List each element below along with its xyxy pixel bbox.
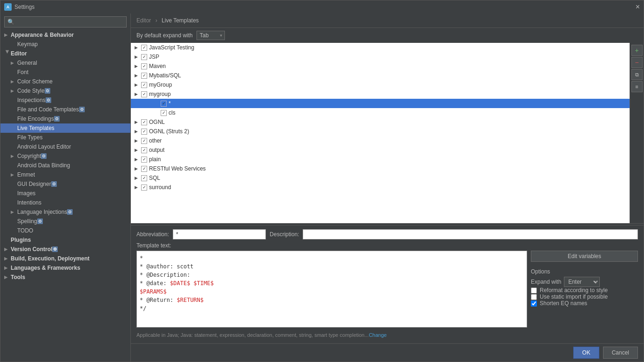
list-item[interactable]: ▶ other <box>131 136 630 145</box>
arrow-icon <box>11 144 17 149</box>
sidebar-label: Color Scheme <box>17 78 53 85</box>
group-label: Maven <box>149 63 166 69</box>
expand-arrow-icon: ▶ <box>135 120 141 124</box>
abbreviation-input[interactable] <box>173 229 266 239</box>
list-item[interactable]: ▶ Maven <box>131 61 630 71</box>
checkbox-icon[interactable] <box>161 110 167 116</box>
settings-window: A Settings × ▶ Appearance & Behavior Key… <box>0 0 644 362</box>
checkbox-icon[interactable] <box>141 119 147 125</box>
bottom-form: Abbreviation: Description: Template text… <box>131 225 644 343</box>
checkbox-icon[interactable] <box>141 91 147 97</box>
arrow-icon: ▶ <box>11 172 17 177</box>
list-item[interactable]: ▶ OGNL (Struts 2) <box>131 127 630 136</box>
list-item[interactable]: ▶ myGroup <box>131 80 630 89</box>
sidebar-item-livetemplates[interactable]: Live Templates <box>0 123 130 133</box>
sidebar-item-keymap[interactable]: Keymap <box>0 40 130 49</box>
checkbox-icon[interactable] <box>141 73 147 79</box>
remove-template-button[interactable]: − <box>631 57 643 68</box>
sidebar-item-versioncontrol[interactable]: ▶ Version Control ⚙ <box>0 245 130 254</box>
checkbox-icon[interactable] <box>141 175 147 181</box>
list-item[interactable]: ▶ Mybatis/SQL <box>131 71 630 80</box>
tpl-line: * @date: $DATE$ $TIME$ <box>140 279 524 287</box>
list-item[interactable]: ▶ SQL <box>131 173 630 183</box>
search-input[interactable] <box>4 16 127 27</box>
expand-arrow-icon <box>154 101 161 106</box>
checkbox-icon[interactable] <box>141 45 147 51</box>
sidebar-label: Build, Execution, Deployment <box>11 255 89 262</box>
ok-button[interactable]: OK <box>573 347 599 359</box>
sidebar-item-filecodetemplates[interactable]: File and Code Templates ⚙ <box>0 105 130 114</box>
sidebar-item-intentions[interactable]: Intentions <box>0 198 130 207</box>
sidebar-item-buildexec[interactable]: ▶ Build, Execution, Deployment <box>0 254 130 263</box>
list-item[interactable]: ▶ OGNL <box>131 117 630 127</box>
sidebar-item-inspections[interactable]: Inspections ⚙ <box>0 96 130 105</box>
checkbox-icon[interactable] <box>141 129 147 135</box>
checkbox-icon[interactable] <box>141 63 147 69</box>
sidebar-item-androiddatabinding[interactable]: Android Data Binding <box>0 161 130 170</box>
sidebar-item-plugins[interactable]: Plugins <box>0 235 130 245</box>
expand-with-label: Expand with <box>531 279 561 285</box>
description-input[interactable] <box>303 229 638 239</box>
expand-dropdown[interactable]: Tab Enter Space <box>197 31 225 40</box>
list-item[interactable]: cls <box>131 108 630 117</box>
sidebar-item-guidesigner[interactable]: GUI Designer ⚙ <box>0 179 130 189</box>
checkbox-icon[interactable] <box>141 138 147 144</box>
sidebar-item-androidlayout[interactable]: Android Layout Editor <box>0 142 130 151</box>
copy-template-button[interactable]: ⧉ <box>631 69 643 80</box>
sidebar-item-langinjections[interactable]: ▶ Language Injections ⚙ <box>0 207 130 217</box>
sidebar-item-colorscheme[interactable]: ▶ Color Scheme <box>0 77 130 86</box>
expand-arrow-icon <box>154 110 161 115</box>
list-item[interactable]: ▶ JavaScript Testing <box>131 43 630 52</box>
list-item[interactable]: ▶ JSP <box>131 52 630 61</box>
arrow-icon: ▶ <box>4 256 11 261</box>
sidebar-item-font[interactable]: Font <box>0 68 130 77</box>
expand-label: By default expand with <box>136 32 193 39</box>
tpl-line: */ <box>140 304 524 313</box>
sidebar-item-codestyle[interactable]: ▶ Code Style ⚙ <box>0 86 130 96</box>
checkbox-icon[interactable] <box>141 166 147 172</box>
list-item[interactable]: * <box>131 99 630 108</box>
footer-buttons: OK Cancel <box>131 343 644 362</box>
sidebar-item-copyright[interactable]: ▶ Copyright ⚙ <box>0 151 130 161</box>
sidebar-label: Spelling <box>17 218 37 225</box>
change-link[interactable]: Change <box>369 332 387 338</box>
checkbox-icon[interactable] <box>141 54 147 60</box>
list-item[interactable]: ▶ RESTful Web Services <box>131 164 630 173</box>
template-text-display[interactable]: * * @author: scott * @Description: * @da… <box>136 251 527 328</box>
edit-variables-button[interactable]: Edit variables <box>531 251 638 262</box>
move-template-button[interactable]: ≡ <box>631 81 643 92</box>
group-label: myGroup <box>149 82 172 88</box>
list-item[interactable]: ▶ mygroup <box>131 89 630 99</box>
sidebar-item-general[interactable]: ▶ General <box>0 58 130 68</box>
shorten-eq-checkbox[interactable] <box>531 301 537 307</box>
group-label: SQL <box>149 175 160 181</box>
panel-body: By default expand with Tab Enter Space ▶ <box>131 28 644 343</box>
list-item[interactable]: ▶ surround <box>131 183 630 192</box>
list-item[interactable]: ▶ plain <box>131 155 630 164</box>
checkbox-icon[interactable] <box>141 184 147 191</box>
sidebar-item-fileencodings[interactable]: File Encodings ⚙ <box>0 114 130 123</box>
sidebar-item-filetypes[interactable]: File Types <box>0 133 130 142</box>
checkbox-icon[interactable] <box>141 157 147 163</box>
checkbox-icon[interactable] <box>161 101 167 107</box>
sidebar-item-todo[interactable]: TODO <box>0 226 130 235</box>
cancel-button[interactable]: Cancel <box>603 347 638 359</box>
sidebar-item-editor[interactable]: ▶ Editor <box>0 49 130 58</box>
checkbox-icon[interactable] <box>141 82 147 88</box>
list-item[interactable]: ▶ output <box>131 145 630 155</box>
sidebar-item-appearance[interactable]: ▶ Appearance & Behavior <box>0 30 130 40</box>
checkbox-icon[interactable] <box>141 147 147 153</box>
sidebar-item-spelling[interactable]: Spelling ⚙ <box>0 217 130 226</box>
close-button[interactable]: × <box>636 3 640 11</box>
template-editor-row: * * @author: scott * @Description: * @da… <box>136 251 638 328</box>
sidebar-label: Language Injections <box>17 209 67 215</box>
reformat-checkbox[interactable] <box>531 287 537 294</box>
expand-with-select[interactable]: Enter Tab Space <box>564 277 600 287</box>
static-import-checkbox[interactable] <box>531 294 537 300</box>
sidebar-item-emmet[interactable]: ▶ Emmet <box>0 170 130 179</box>
add-template-button[interactable]: + <box>631 45 643 56</box>
arrow-icon: ▶ <box>4 33 11 37</box>
sidebar-item-tools[interactable]: ▶ Tools <box>0 273 130 282</box>
sidebar-item-languages[interactable]: ▶ Languages & Frameworks <box>0 263 130 273</box>
sidebar-item-images[interactable]: Images <box>0 189 130 198</box>
